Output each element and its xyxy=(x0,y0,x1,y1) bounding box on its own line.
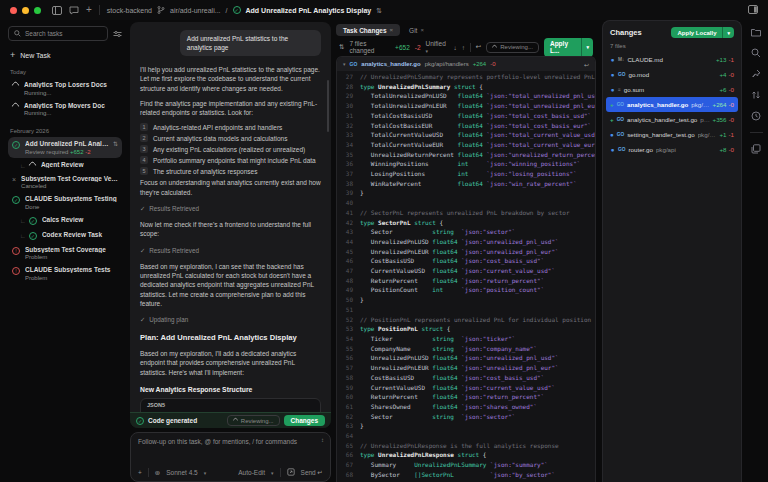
arrow-up-icon[interactable]: ↑ xyxy=(462,44,465,51)
canceled-x-icon: × xyxy=(12,176,16,183)
line-content: CostBasisUSD float64 `json:"cost_basis_u… xyxy=(360,373,544,383)
title-bar: + stock-backend air/add-unreali... / ✓ A… xyxy=(0,0,768,20)
files-count: 7 files xyxy=(603,43,741,49)
view-mode-selector[interactable]: Unified ▾ xyxy=(426,40,449,54)
code-generated-check-icon: ✓ xyxy=(136,417,144,425)
file-row[interactable]: +GOanalytics_handler.gopkg/api/handlers+… xyxy=(606,97,738,112)
send-button[interactable]: Send ↵ xyxy=(301,469,323,477)
file-row[interactable]: ●≡go.sum+6-0 xyxy=(603,82,741,97)
arrow-down-icon[interactable]: ↓ xyxy=(453,44,456,51)
new-tab-button[interactable]: + xyxy=(86,5,92,15)
apply-locally-dropdown[interactable]: ▾ xyxy=(722,27,734,38)
code-line: 67 Summary UnrealizedPnLSummary `json:"s… xyxy=(337,460,595,470)
revert-icon[interactable]: ↩ xyxy=(584,61,589,68)
code-line: 34 TotalCurrentValueEUR float64 `json:"t… xyxy=(337,140,595,150)
line-number: 34 xyxy=(337,140,353,150)
task-item[interactable]: !CLAUDE Subsystems TestsProblem xyxy=(8,263,122,284)
modified-dot-icon: ● xyxy=(610,56,615,63)
task-item[interactable]: !Subsystem Test CoverageProblem xyxy=(8,243,122,264)
changes-button[interactable]: Changes xyxy=(284,415,325,426)
chat-panel: Add unrealized PnL statistics to the ana… xyxy=(130,22,331,428)
attach-button[interactable]: + xyxy=(138,469,142,476)
pin-icon[interactable] xyxy=(751,69,761,79)
files-changed-label: 7 files changed xyxy=(349,40,390,54)
tab-git[interactable]: Git× xyxy=(402,24,431,36)
step-text: Portfolio summary endpoints that might i… xyxy=(153,157,316,164)
chat-scrollbar[interactable] xyxy=(327,80,330,132)
task-item[interactable]: ∟✓Codex Review Task xyxy=(16,228,122,243)
chat-scroll-area[interactable]: Add unrealized PnL statistics to the ana… xyxy=(130,22,331,412)
line-content: TotalCurrentValueUSD float64 `json:"tota… xyxy=(360,130,595,140)
task-subtitle: Running... xyxy=(24,110,118,116)
apply-locally-button[interactable]: Apply Locally ▾ xyxy=(671,27,734,38)
new-task-button[interactable]: + New Task xyxy=(10,50,120,60)
diff-file-header[interactable]: ▾ GO analytics_handler.go pkg/api/handle… xyxy=(337,57,595,71)
file-additions: +1 xyxy=(719,131,726,138)
edit-mode-selector[interactable]: Auto-Edit xyxy=(238,469,265,476)
task-item[interactable]: ∟Agent Review xyxy=(16,158,122,172)
file-row[interactable]: ●M↓CLAUDE.md+13-1 xyxy=(603,52,741,67)
file-row[interactable]: ●GOgo.mod+4-0 xyxy=(603,67,741,82)
task-title: CLAUDE Subsystems Tests xyxy=(25,266,118,273)
divider xyxy=(750,132,763,133)
breadcrumb-repo[interactable]: stock-backend xyxy=(107,7,152,14)
sidebar-toggle-icon[interactable] xyxy=(52,6,62,15)
collapse-chevron-icon[interactable]: ▾ xyxy=(343,61,346,67)
file-name: go.mod xyxy=(628,71,649,78)
file-row[interactable]: ●GOrouter.gopkg/api+8-0 xyxy=(603,142,741,157)
task-item[interactable]: ✓Add Unrealized PnL Analytics ...⇅Review… xyxy=(8,137,122,158)
code-line: 66type UnrealizedPnLResponse struct { xyxy=(337,450,595,460)
task-item[interactable]: ×Subsystem Test Coverage Verific...Cance… xyxy=(8,172,122,193)
compare-icon[interactable] xyxy=(751,90,761,100)
apply-button[interactable]: Apply L... ▾ xyxy=(544,38,593,57)
problem-icon: ! xyxy=(12,267,20,275)
file-row[interactable]: +GOanalytics_handler_test.gopkg/api/hand… xyxy=(603,112,741,127)
chat-icon[interactable] xyxy=(69,6,79,15)
deletions-count: -2 xyxy=(415,44,421,51)
minimize-window-button[interactable] xyxy=(22,7,29,14)
zoom-window-button[interactable] xyxy=(34,7,41,14)
code-line: 47 CurrentValueUSD float64 `json:"curren… xyxy=(337,266,595,276)
task-item[interactable]: Analytics Top Losers DocsRunning... xyxy=(8,78,122,99)
go-lang-badge: GO xyxy=(618,72,625,77)
line-number: 61 xyxy=(337,402,353,412)
task-item[interactable]: ✓CLAUDE Subsystems TestingDone xyxy=(8,192,122,213)
modified-dot-icon: ● xyxy=(610,86,615,93)
line-content: // UnrealizedPnLSummary represents portf… xyxy=(360,72,595,82)
apply-dropdown[interactable]: ▾ xyxy=(581,38,593,57)
file-row[interactable]: ●GOsettings_handler_test.gopkg/api/handl… xyxy=(603,127,741,142)
chevron-down-icon: ▾ xyxy=(204,470,207,476)
search-input[interactable]: Search tasks xyxy=(8,26,108,41)
expand-composer-icon[interactable]: ↕ xyxy=(321,437,324,443)
apply-locally-label: Apply Locally xyxy=(671,27,722,38)
file-deletions: -0 xyxy=(490,61,495,67)
line-number: 33 xyxy=(337,130,353,140)
search-icon[interactable] xyxy=(751,48,761,58)
filter-icon[interactable] xyxy=(113,30,122,38)
line-number: 52 xyxy=(337,315,353,325)
history-icon[interactable] xyxy=(751,111,761,121)
close-window-button[interactable] xyxy=(10,7,17,14)
task-subtitle: Problem xyxy=(25,254,118,260)
code-line: 49 PositionCount int `json:"position_cou… xyxy=(337,285,595,295)
right-panel-toggle-icon[interactable] xyxy=(748,5,758,14)
task-item[interactable]: Analytics Top Movers DocRunning... xyxy=(8,99,122,120)
layers-icon[interactable] xyxy=(751,144,761,154)
tab-task-changes[interactable]: Task Changes× xyxy=(336,24,400,36)
close-icon[interactable]: × xyxy=(390,27,394,33)
view-mode-label: Unified xyxy=(426,40,446,47)
folder-icon[interactable] xyxy=(751,28,761,37)
followup-composer[interactable]: Follow-up on this task, @ for mentions, … xyxy=(130,432,331,482)
task-item[interactable]: ∟✓Calcs Review xyxy=(16,213,122,228)
undo-icon[interactable]: ↩ xyxy=(476,43,481,51)
sort-icon[interactable]: ⇅ xyxy=(339,43,344,51)
close-icon[interactable]: × xyxy=(420,27,424,33)
diff-arrows-icon[interactable]: ⇅ xyxy=(376,7,382,14)
diff-code[interactable]: 27// UnrealizedPnLSummary represents por… xyxy=(337,71,595,482)
right-icon-rail xyxy=(744,20,768,482)
breadcrumb-branch[interactable]: air/add-unreali... xyxy=(170,7,221,14)
line-content: TotalCurrentValueEUR float64 `json:"tota… xyxy=(360,140,595,150)
reviewing-label: Reviewing... xyxy=(500,44,533,50)
send-mode-icon[interactable] xyxy=(287,468,295,477)
model-selector[interactable]: Sonnet 4.5 xyxy=(166,469,197,476)
